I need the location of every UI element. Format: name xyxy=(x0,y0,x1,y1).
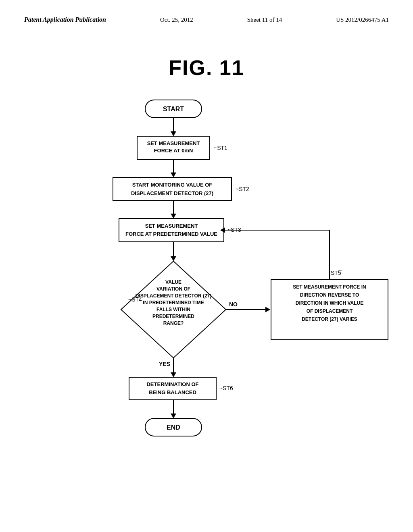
svg-text:~ST2: ~ST2 xyxy=(236,186,249,192)
svg-rect-10 xyxy=(113,177,232,201)
svg-marker-21 xyxy=(171,256,176,261)
figure-title: FIG. 11 xyxy=(0,56,413,80)
svg-text:~ST4: ~ST4 xyxy=(128,296,142,303)
svg-text:DIRECTION REVERSE TO: DIRECTION REVERSE TO xyxy=(300,292,359,298)
page-header: Patent Application Publication Oct. 25, … xyxy=(0,0,413,23)
svg-text:BEING BALANCED: BEING BALANCED xyxy=(149,389,196,395)
svg-text:SET MEASUREMENT: SET MEASUREMENT xyxy=(147,140,200,146)
svg-text:OF DISPLACEMENT: OF DISPLACEMENT xyxy=(307,308,353,314)
svg-rect-16 xyxy=(119,218,224,242)
patent-page: Patent Application Publication Oct. 25, … xyxy=(0,0,413,532)
publication-date: Oct. 25, 2012 xyxy=(160,17,193,23)
svg-marker-3 xyxy=(171,131,176,136)
sheet-info: Sheet 11 of 14 xyxy=(247,17,282,23)
svg-text:FORCE AT 0mN: FORCE AT 0mN xyxy=(154,148,193,154)
svg-text:SET MEASUREMENT: SET MEASUREMENT xyxy=(145,223,198,229)
svg-text:FALLS WITHIN: FALLS WITHIN xyxy=(156,307,190,312)
svg-text:DETERMINATION OF: DETERMINATION OF xyxy=(146,381,198,387)
svg-marker-9 xyxy=(171,172,176,177)
svg-text:PREDETERMINED: PREDETERMINED xyxy=(152,314,194,319)
svg-text:IN PREDETERMINED TIME: IN PREDETERMINED TIME xyxy=(143,300,204,305)
publication-type: Patent Application Publication xyxy=(24,16,106,23)
svg-text:⌒: ⌒ xyxy=(337,270,343,276)
svg-text:FORCE AT PREDETERMINED VALUE: FORCE AT PREDETERMINED VALUE xyxy=(125,231,217,237)
svg-text:START: START xyxy=(163,106,184,112)
svg-marker-53 xyxy=(171,414,176,418)
svg-marker-32 xyxy=(265,307,270,312)
svg-marker-47 xyxy=(171,372,176,377)
svg-text:NO: NO xyxy=(229,301,238,308)
svg-text:~ST1: ~ST1 xyxy=(214,145,227,151)
flowchart-svg: START SET MEASUREMENT FORCE AT 0mN ~ST1 … xyxy=(0,96,413,459)
svg-text:DISPLACEMENT DETECTOR (27): DISPLACEMENT DETECTOR (27) xyxy=(131,190,213,196)
svg-text:~ST6: ~ST6 xyxy=(219,385,233,391)
svg-text:DETECTOR (27) VARIES: DETECTOR (27) VARIES xyxy=(302,316,357,322)
svg-text:END: END xyxy=(167,424,180,431)
svg-text:VALUE: VALUE xyxy=(165,279,181,285)
svg-text:VARIATION OF: VARIATION OF xyxy=(156,286,190,292)
patent-number: US 2012/0266475 A1 xyxy=(336,17,389,23)
svg-rect-48 xyxy=(129,377,216,400)
svg-text:DIRECTION IN WHICH VALUE: DIRECTION IN WHICH VALUE xyxy=(296,300,363,306)
svg-marker-15 xyxy=(171,214,176,218)
svg-text:START MONITORING VALUE OF: START MONITORING VALUE OF xyxy=(132,182,213,188)
svg-text:DISPLACEMENT DETECTOR (27): DISPLACEMENT DETECTOR (27) xyxy=(136,293,211,299)
svg-text:RANGE?: RANGE? xyxy=(163,320,184,326)
svg-text:SET MEASUREMENT FORCE IN: SET MEASUREMENT FORCE IN xyxy=(293,284,366,290)
svg-text:YES: YES xyxy=(159,361,170,367)
